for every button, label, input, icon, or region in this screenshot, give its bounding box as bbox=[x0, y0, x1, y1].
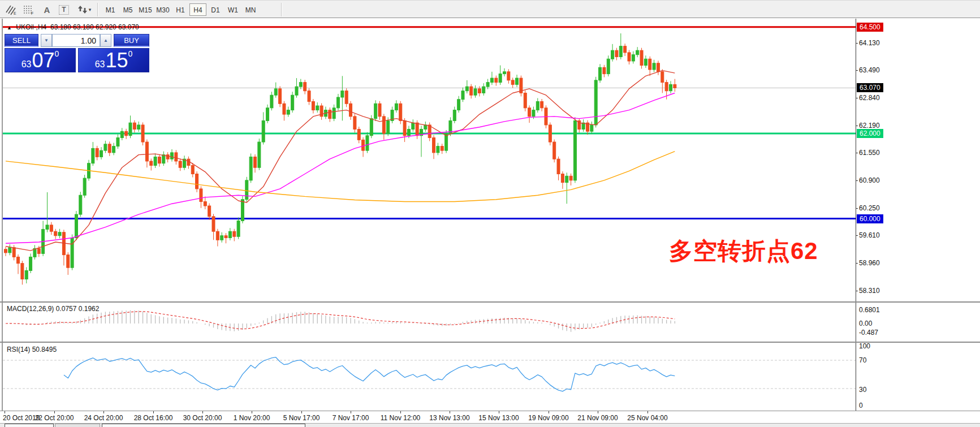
macd-panel-canvas[interactable] bbox=[3, 303, 856, 342]
time-axis-mark bbox=[54, 411, 55, 413]
rsi-line bbox=[64, 357, 675, 391]
chart-toolbar: E F A T ▾ M1M5M15M30H1H4D1W1MN bbox=[0, 0, 980, 18]
timeframe-button-H1[interactable]: H1 bbox=[172, 3, 189, 16]
text-frame-icon[interactable]: T bbox=[57, 3, 71, 16]
svg-text:F: F bbox=[31, 11, 33, 15]
price-axis-mark bbox=[856, 153, 858, 153]
chart-annotation-text[interactable]: 多空转折点62 bbox=[669, 235, 818, 267]
svg-text:E: E bbox=[14, 11, 16, 15]
dropdown-caret-icon[interactable]: ▾ bbox=[89, 7, 92, 12]
time-axis-mark bbox=[499, 411, 499, 413]
volume-decrease-button[interactable]: ▼ bbox=[41, 34, 52, 47]
text-icon[interactable]: A bbox=[40, 3, 54, 16]
price-axis-border bbox=[856, 19, 856, 422]
timeframe-button-M5[interactable]: M5 bbox=[119, 3, 136, 16]
sell-price-panel[interactable]: 63 07 0 bbox=[5, 48, 76, 72]
chart-tab-bar bbox=[0, 423, 980, 427]
time-axis-label: 30 Oct 20:00 bbox=[183, 414, 222, 422]
time-axis-label: 15 Nov 13:00 bbox=[478, 414, 519, 422]
price-axis-tick: 62.190 bbox=[859, 122, 880, 130]
price-axis-tick: 58.960 bbox=[859, 259, 880, 267]
one-click-trading-panel: SELL ▼ ▲ BUY 63 07 0 63 15 0 bbox=[5, 34, 149, 72]
time-axis-label: 13 Nov 13:00 bbox=[429, 414, 469, 422]
time-axis-label: 21 Nov 09:00 bbox=[577, 414, 618, 422]
rsi-axis-tick: 70 bbox=[859, 356, 866, 364]
symbol-name: UKOil-,H4 bbox=[16, 23, 46, 31]
panel-splitter[interactable] bbox=[0, 342, 980, 343]
buy-price-small: 63 bbox=[95, 59, 105, 70]
time-axis-mark bbox=[549, 411, 549, 413]
time-axis-mark bbox=[301, 411, 302, 413]
time-axis-label: 25 Nov 04:00 bbox=[627, 414, 667, 422]
timeframe-button-MN[interactable]: MN bbox=[242, 3, 259, 16]
volume-increase-button[interactable]: ▲ bbox=[100, 34, 111, 47]
toolbar-separator bbox=[281, 3, 282, 16]
sell-price-pip: 0 bbox=[55, 50, 59, 58]
time-axis-label: 11 Nov 12:00 bbox=[381, 414, 421, 422]
timeframe-button-M30[interactable]: M30 bbox=[154, 3, 171, 16]
time-axis-label: 7 Nov 17:00 bbox=[333, 414, 369, 422]
buy-button[interactable]: BUY bbox=[114, 34, 149, 47]
price-axis-mark bbox=[856, 263, 858, 264]
time-axis-label: 1 Nov 20:00 bbox=[234, 414, 270, 422]
fibonacci-icon[interactable]: F bbox=[21, 3, 36, 16]
timeframe-button-M1[interactable]: M1 bbox=[102, 3, 119, 16]
buy-price-panel[interactable]: 63 15 0 bbox=[78, 48, 149, 72]
time-axis-label: 28 Oct 16:00 bbox=[134, 414, 173, 422]
timeframe-button-W1[interactable]: W1 bbox=[225, 3, 241, 16]
toolbar-separator bbox=[97, 3, 98, 16]
time-axis-label: 19 Nov 09:00 bbox=[528, 414, 568, 422]
panel-splitter[interactable] bbox=[0, 301, 980, 303]
price-axis-tick: 64.130 bbox=[859, 39, 880, 47]
draw-lines-icon[interactable]: E bbox=[3, 3, 18, 16]
timeframe-button-H4[interactable]: H4 bbox=[189, 3, 206, 16]
price-axis-tick: 62.840 bbox=[859, 94, 880, 102]
ohlc-open: 63.180 bbox=[50, 23, 71, 31]
time-axis[interactable]: 20 Oct 201922 Oct 20:0024 Oct 20:0028 Oc… bbox=[0, 411, 980, 422]
price-axis-mark bbox=[856, 235, 858, 236]
rsi-panel-canvas[interactable] bbox=[3, 343, 856, 411]
price-axis-tick: 59.610 bbox=[859, 231, 880, 239]
rsi-axis-tick: 0 bbox=[859, 402, 863, 409]
chart-tab-stub[interactable] bbox=[55, 424, 100, 427]
ohlc-close: 63.070 bbox=[118, 23, 139, 31]
time-axis-label: 5 Nov 17:00 bbox=[283, 414, 320, 422]
buy-price-big: 15 bbox=[105, 51, 128, 70]
rsi-axis-tick: 100 bbox=[859, 342, 870, 350]
sell-price-small: 63 bbox=[21, 59, 32, 70]
ohlc-low: 62.920 bbox=[96, 23, 116, 31]
macd-axis-tick: 0.00 bbox=[859, 320, 872, 327]
time-axis-mark bbox=[103, 411, 104, 413]
macd-axis-tick: 0.6801 bbox=[859, 306, 880, 314]
timeframe-button-M15[interactable]: M15 bbox=[137, 3, 154, 16]
trading-terminal-window: E F A T ▾ M1M5M15M30H1H4D1W1MN bbox=[0, 0, 980, 427]
sell-button[interactable]: SELL bbox=[5, 34, 38, 47]
timeframe-button-D1[interactable]: D1 bbox=[207, 3, 224, 16]
time-axis-mark bbox=[252, 411, 252, 413]
rsi-axis-tick: 30 bbox=[859, 386, 866, 394]
price-axis-mark bbox=[856, 98, 858, 98]
macd-histogram bbox=[6, 310, 675, 332]
price-axis-mark bbox=[856, 126, 858, 126]
macd-signal-line bbox=[6, 312, 675, 329]
ohlc-high: 63.180 bbox=[73, 23, 94, 31]
price-axis-mark bbox=[856, 70, 858, 71]
price-badge-64.500: 64.500 bbox=[857, 23, 883, 32]
price-axis-tick: 60.900 bbox=[859, 176, 880, 184]
price-axis-mark bbox=[856, 43, 858, 44]
time-axis-mark bbox=[202, 411, 203, 413]
price-badge-60.000: 60.000 bbox=[857, 214, 883, 223]
arrows-style-icon[interactable]: ▾ bbox=[75, 3, 94, 16]
symbol-header: ▲ UKOil-,H4 63.180 63.180 62.920 63.070 bbox=[7, 23, 139, 31]
macd-axis-tick: -0.487 bbox=[859, 329, 878, 337]
collapse-icon[interactable]: ▲ bbox=[7, 25, 12, 31]
price-axis-tick: 63.490 bbox=[859, 66, 880, 74]
price-badge-62.000: 62.000 bbox=[857, 129, 883, 138]
volume-input[interactable] bbox=[52, 34, 100, 47]
time-axis-mark bbox=[153, 411, 154, 413]
chart-tab-stub[interactable] bbox=[5, 424, 54, 427]
buy-price-pip: 0 bbox=[128, 50, 133, 58]
time-axis-mark bbox=[351, 411, 351, 413]
price-axis-tick: 61.550 bbox=[859, 149, 880, 157]
chart-tab-stub[interactable] bbox=[102, 424, 305, 427]
